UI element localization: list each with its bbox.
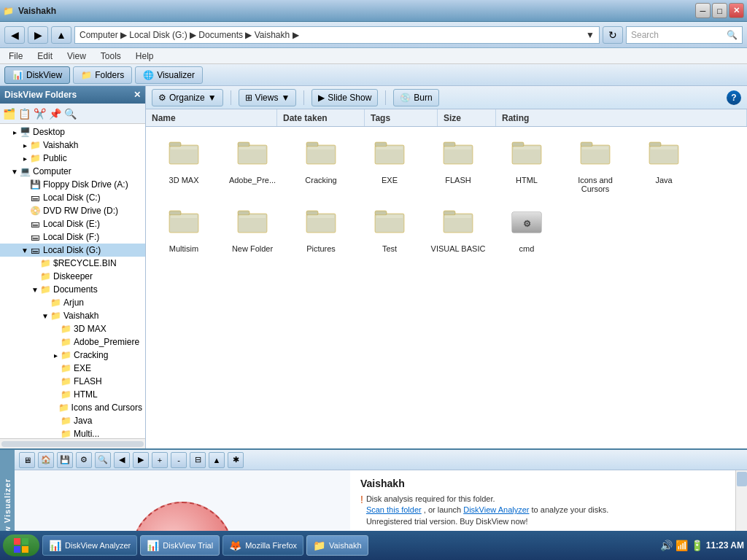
help-button[interactable]: ? [727, 90, 741, 105]
menu-file[interactable]: File [6, 50, 26, 63]
scan-link[interactable]: Scan this folder [366, 505, 422, 514]
expand-icon[interactable]: ▸ [20, 141, 29, 149]
file-item-html[interactable]: HTML [495, 133, 559, 198]
sidebar-item-cracking[interactable]: ▸ 📁 Cracking [0, 349, 145, 362]
analyzer-link[interactable]: DiskView Analyzer [463, 505, 529, 514]
expand-icon[interactable]: ▸ [20, 155, 29, 163]
menu-view[interactable]: View [64, 50, 89, 63]
file-item-icons-and-cursors[interactable]: Icons and Cursors [563, 133, 627, 198]
folders-tab-button[interactable]: 📁 Folders [73, 66, 132, 84]
file-item-test[interactable]: Test [357, 201, 422, 258]
file-item-3d-max[interactable]: 3D MAX [152, 133, 216, 198]
sidebar-icon-4[interactable]: 📌 [49, 108, 61, 120]
sidebar-item-html[interactable]: 📁 HTML [0, 388, 145, 401]
bt-zoom-in-icon[interactable]: + [152, 452, 168, 468]
bt-filter-icon[interactable]: ⊟ [190, 452, 206, 468]
search-icon[interactable]: 🔍 [727, 30, 738, 40]
sidebar-item-vaishakh[interactable]: ▼ 📁 Vaishakh [0, 309, 145, 322]
sidebar-item-floppy[interactable]: 💾 Floppy Disk Drive (A:) [0, 178, 145, 191]
file-item-cmd[interactable]: ⚙ cmd [495, 201, 559, 258]
expand-icon[interactable]: ▼ [31, 286, 39, 294]
minimize-button[interactable]: ─ [695, 3, 711, 18]
expand-icon[interactable]: ▼ [20, 246, 29, 254]
sidebar-item-arjun[interactable]: 📁 Arjun [0, 296, 145, 309]
col-header-date[interactable]: Date taken [277, 109, 365, 126]
col-header-rating[interactable]: Rating [496, 109, 747, 126]
bt-zoom-icon[interactable]: 🔍 [95, 452, 111, 468]
visualizer-tab-button[interactable]: 🌐 Visualizer [135, 66, 203, 84]
menu-tools[interactable]: Tools [98, 50, 124, 63]
views-button[interactable]: ⊞ Views ▼ [239, 89, 297, 106]
sidebar-item-vaishakh-desktop[interactable]: ▸ 📁 Vaishakh [0, 139, 145, 152]
bt-up-icon[interactable]: ▲ [209, 452, 225, 468]
tray-icon-2[interactable]: 📶 [676, 540, 688, 551]
sidebar-close-icon[interactable]: ✕ [133, 90, 141, 100]
tray-icon-1[interactable]: 🔊 [660, 540, 673, 551]
menu-help[interactable]: Help [133, 50, 157, 63]
sidebar-item-local-f[interactable]: 🖴 Local Disk (F:) [0, 230, 145, 244]
diskview-tab-button[interactable]: 📊 DiskView [4, 66, 70, 84]
start-button[interactable] [3, 534, 39, 556]
organize-dropdown-icon[interactable]: ▼ [208, 93, 217, 103]
bt-save-icon[interactable]: 💾 [57, 452, 73, 468]
file-item-adobe_pre...[interactable]: Adobe_Pre... [220, 133, 285, 198]
sidebar-item-diskeeper[interactable]: 📁 Diskeeper [0, 270, 145, 283]
sidebar-item-exe[interactable]: 📁 EXE [0, 362, 145, 375]
sidebar-icon-1[interactable]: 🗂️ [3, 108, 15, 120]
expand-icon[interactable]: ▼ [41, 312, 50, 320]
sidebar-item-3dmax[interactable]: 📁 3D MAX [0, 322, 145, 335]
views-dropdown-icon[interactable]: ▼ [281, 93, 290, 103]
file-item-visual-basic[interactable]: VISUAL BASIC [426, 201, 490, 258]
taskbar-diskview-trial[interactable]: 📊 DiskView Trial [140, 535, 220, 556]
address-dropdown-icon[interactable]: ▼ [586, 30, 595, 40]
sidebar-icon-3[interactable]: ✂️ [34, 108, 46, 120]
expand-icon[interactable]: ▸ [10, 128, 19, 136]
col-header-tags[interactable]: Tags [365, 109, 438, 126]
sidebar-item-multi[interactable]: 📁 Multi... [0, 427, 145, 438]
bt-down-icon[interactable]: ✱ [228, 452, 244, 468]
file-item-multisim[interactable]: Multisim [152, 201, 216, 258]
expand-icon[interactable]: ▼ [10, 168, 19, 176]
sidebar-item-flash[interactable]: 📁 FLASH [0, 375, 145, 388]
tray-icon-3[interactable]: 🔋 [691, 540, 703, 551]
maximize-button[interactable]: □ [712, 3, 727, 18]
bt-zoom-out-icon[interactable]: - [171, 452, 187, 468]
close-button[interactable]: ✕ [729, 3, 744, 18]
file-item-exe[interactable]: EXE [357, 133, 422, 198]
file-item-new-folder[interactable]: New Folder [220, 201, 285, 258]
expand-icon[interactable]: ▸ [51, 351, 60, 359]
col-header-size[interactable]: Size [438, 109, 496, 126]
bt-diskview-icon[interactable]: 🖥 [19, 452, 35, 468]
up-button[interactable]: ▲ [51, 26, 71, 44]
sidebar-item-local-c[interactable]: 🖴 Local Disk (C:) [0, 191, 145, 204]
search-bar[interactable]: Search 🔍 [626, 26, 743, 44]
file-item-flash[interactable]: FLASH [426, 133, 490, 198]
bt-folder-icon[interactable]: 🏠 [38, 452, 54, 468]
sidebar-item-java[interactable]: 📁 Java [0, 414, 145, 427]
sidebar-item-documents[interactable]: ▼ 📁 Documents [0, 283, 145, 296]
sidebar-item-local-e[interactable]: 🖴 Local Disk (E:) [0, 217, 145, 230]
back-button[interactable]: ◀ [4, 26, 25, 44]
address-bar[interactable]: Computer ▶ Local Disk (G:) ▶ Documents ▶… [74, 26, 600, 44]
sidebar-icon-5[interactable]: 🔍 [64, 108, 77, 120]
file-item-cracking[interactable]: Cracking [289, 133, 353, 198]
bt-forward-icon[interactable]: ▶ [133, 452, 149, 468]
system-clock[interactable]: 11:23 AM [706, 540, 744, 551]
sidebar-item-recycle[interactable]: 📁 $RECYCLE.BIN [0, 257, 145, 270]
organize-button[interactable]: ⚙ Organize ▼ [152, 89, 223, 106]
menu-edit[interactable]: Edit [34, 50, 55, 63]
sidebar-item-local-g[interactable]: ▼ 🖴 Local Disk (G:) [0, 244, 145, 257]
sidebar-item-icons[interactable]: 📁 Icons and Cursors [0, 401, 145, 414]
sidebar-icon-2[interactable]: 📋 [18, 108, 31, 120]
bt-back-icon[interactable]: ◀ [114, 452, 130, 468]
burn-button[interactable]: 💿 Burn [393, 89, 438, 106]
sidebar-item-public[interactable]: ▸ 📁 Public [0, 152, 145, 165]
file-item-pictures[interactable]: Pictures [289, 201, 353, 258]
bt-settings-icon[interactable]: ⚙ [76, 452, 92, 468]
col-header-name[interactable]: Name [146, 109, 277, 126]
forward-button[interactable]: ▶ [28, 26, 48, 44]
sidebar-item-adobe[interactable]: 📁 Adobe_Premiere [0, 335, 145, 349]
sidebar-item-computer[interactable]: ▼ 💻 Computer [0, 165, 145, 178]
taskbar-vaishakh[interactable]: 📁 Vaishakh [306, 535, 368, 556]
file-item-java[interactable]: Java [632, 133, 696, 198]
